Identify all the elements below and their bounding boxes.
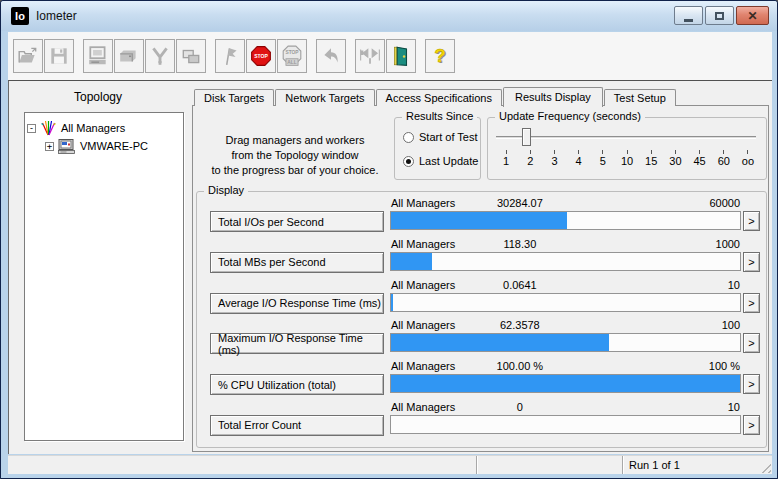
reset-workers-button[interactable]	[316, 39, 346, 73]
result-value: 0	[517, 401, 523, 413]
start-tests-button[interactable]	[215, 39, 245, 73]
chevron-right-icon: >	[748, 419, 754, 431]
expand-result-button[interactable]: >	[743, 374, 760, 394]
disconnect-icon	[359, 45, 381, 67]
disconnect-button[interactable]	[355, 39, 385, 73]
metric-button[interactable]: Total Error Count	[210, 415, 384, 436]
open-tray-button[interactable]	[114, 39, 144, 73]
frequency-slider-track[interactable]	[496, 136, 756, 139]
progress-fill	[391, 375, 740, 392]
frequency-slider-thumb[interactable]	[522, 128, 531, 146]
progress-bar[interactable]	[390, 293, 741, 312]
metric-button[interactable]: Maximum I/O Response Time (ms)	[210, 333, 384, 354]
stop-test-button[interactable]: STOP	[246, 39, 276, 73]
title-bar[interactable]: Io Iometer ✕	[1, 1, 777, 31]
split-workload-button[interactable]	[145, 39, 175, 73]
metric-label: Maximum I/O Response Time (ms)	[218, 332, 383, 356]
expand-result-button[interactable]: >	[743, 333, 760, 353]
scope-label: All Managers	[391, 197, 455, 209]
minimize-button[interactable]	[674, 6, 703, 25]
metric-button[interactable]: Average I/O Response Time (ms)	[210, 293, 384, 314]
scale-max-value: 100 %	[709, 360, 740, 372]
duplicate-worker-button[interactable]	[176, 39, 206, 73]
result-value: 118.30	[503, 238, 536, 250]
expand-result-button[interactable]: >	[743, 211, 760, 231]
topology-tree[interactable]: -	[24, 112, 184, 441]
tick-mark	[675, 150, 676, 154]
expand-toggle[interactable]: +	[45, 142, 54, 151]
metric-label: Total MBs per Second	[218, 256, 326, 268]
results-display-page: Drag managers and workers from the Topol…	[192, 105, 769, 452]
maximize-button[interactable]	[705, 6, 734, 25]
tick-mark	[651, 150, 652, 154]
radio-icon	[403, 156, 414, 167]
tree-item-all-managers[interactable]: -	[27, 119, 181, 137]
tab[interactable]: Test Setup	[604, 89, 676, 106]
chevron-right-icon: >	[748, 337, 754, 349]
tab-label: Disk Targets	[204, 92, 264, 104]
tab[interactable]: Disk Targets	[194, 89, 274, 106]
tree-item-label: All Managers	[61, 122, 125, 134]
start-manager-icon	[87, 45, 109, 67]
split-workload-icon	[149, 45, 171, 67]
tick-label: oo	[742, 155, 754, 167]
metric-button[interactable]: Total I/Os per Second	[210, 211, 384, 232]
expand-result-button[interactable]: >	[743, 252, 760, 272]
status-bar: Run 1 of 1	[8, 455, 772, 474]
tick-label: 10	[621, 155, 633, 167]
result-labels: All Managers 62.3578 100	[390, 319, 741, 332]
tab[interactable]: Network Targets	[275, 89, 374, 106]
tab-label: Test Setup	[614, 92, 666, 104]
progress-bar[interactable]	[390, 374, 741, 393]
computer-icon	[58, 139, 76, 154]
help-button[interactable]: ? ?	[425, 39, 455, 73]
display-group: Display Total I/Os per Second All Manage…	[196, 191, 767, 448]
radio-last-update[interactable]: Last Update	[403, 155, 478, 167]
progress-bar[interactable]	[390, 252, 741, 271]
stop-all-stop-label: STOP	[285, 50, 299, 55]
tick: 30	[663, 150, 687, 167]
toolbar: STOP STOP ALL	[8, 32, 772, 80]
tab-label: Network Targets	[285, 92, 364, 104]
scale-max-value: 100	[722, 319, 740, 331]
tick: 1	[494, 150, 518, 167]
progress-bar[interactable]	[390, 211, 741, 230]
metric-button[interactable]: % CPU Utilization (total)	[210, 374, 384, 395]
result-labels: All Managers 0 10	[390, 401, 741, 414]
tick: 4	[567, 150, 591, 167]
tick-mark	[530, 150, 531, 154]
tree-item-vmware-pc[interactable]: + VMWARE-PC	[45, 137, 181, 155]
open-file-button[interactable]	[13, 39, 43, 73]
resize-grip[interactable]	[758, 460, 771, 473]
exit-button[interactable]	[386, 39, 416, 73]
result-labels: All Managers 100.00 % 100 %	[390, 360, 741, 373]
display-label: Display	[204, 184, 248, 196]
progress-bar[interactable]	[390, 415, 741, 434]
app-icon: Io	[11, 7, 29, 25]
metric-button[interactable]: Total MBs per Second	[210, 252, 384, 273]
tick-label: 45	[693, 155, 705, 167]
topology-header: Topology	[9, 90, 187, 104]
close-button[interactable]: ✕	[736, 6, 769, 25]
progress-bar[interactable]	[390, 333, 741, 352]
collapse-toggle[interactable]: -	[27, 124, 36, 133]
window-controls: ✕	[674, 6, 769, 25]
tab[interactable]: Access Specifications	[376, 89, 502, 106]
metric-label: Total Error Count	[218, 419, 301, 431]
stop-test-icon: STOP	[250, 45, 272, 67]
metric-label: % CPU Utilization (total)	[218, 379, 336, 391]
scope-label: All Managers	[391, 238, 455, 250]
radio-start-of-test[interactable]: Start of Test	[403, 131, 478, 143]
tick-mark	[699, 150, 700, 154]
stop-all-tests-button[interactable]: STOP ALL	[277, 39, 307, 73]
tab[interactable]: Results Display	[503, 87, 603, 107]
save-file-button[interactable]	[44, 39, 74, 73]
result-value: 30284.07	[497, 197, 543, 209]
chevron-right-icon: >	[748, 256, 754, 268]
exit-icon	[390, 45, 412, 67]
start-manager-button[interactable]	[83, 39, 113, 73]
expand-result-button[interactable]: >	[743, 293, 760, 313]
tick: 3	[542, 150, 566, 167]
tab-control: Disk TargetsNetwork TargetsAccess Specif…	[192, 86, 769, 452]
expand-result-button[interactable]: >	[743, 415, 760, 435]
